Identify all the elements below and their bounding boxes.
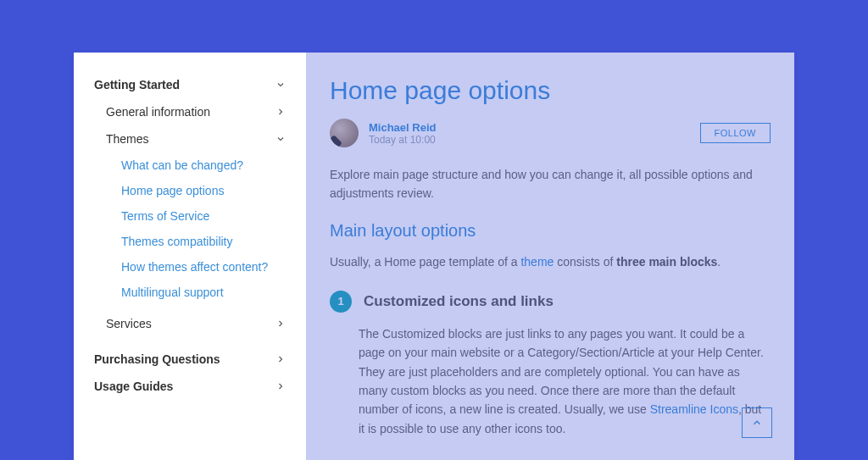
author-block: Michael Reid Today at 10:00 (330, 119, 436, 147)
avatar[interactable] (330, 119, 359, 147)
chevron-down-icon (275, 134, 286, 144)
page-title: Home page options (330, 76, 771, 105)
chevron-down-icon (275, 80, 286, 90)
author-name[interactable]: Michael Reid (369, 121, 436, 134)
sidebar-link-themes-compatibility[interactable]: Themes compatibility (94, 229, 286, 254)
chevron-right-icon (275, 381, 286, 391)
sidebar-section-label: Purchasing Questions (94, 352, 220, 366)
avatar-badge-icon (330, 135, 342, 147)
sidebar: Getting Started General information Them… (74, 53, 306, 460)
chevron-right-icon (275, 354, 286, 364)
intro-paragraph: Explore main page structure and how you … (330, 166, 771, 202)
sidebar-section-getting-started[interactable]: Getting Started (94, 78, 286, 98)
chevron-up-icon (751, 417, 763, 429)
link-streamline-icons[interactable]: Streamline Icons (650, 402, 738, 416)
sidebar-link-home-page-options[interactable]: Home page options (94, 178, 286, 203)
link-theme[interactable]: theme (520, 255, 554, 269)
step-1-header: 1 Customized icons and links (330, 291, 771, 313)
step-number-badge: 1 (330, 291, 352, 313)
sidebar-section-label: Getting Started (94, 78, 180, 91)
sidebar-link-terms-of-service[interactable]: Terms of Service (94, 203, 286, 229)
main-content: Home page options Michael Reid Today at … (306, 53, 794, 460)
sidebar-link-what-can-be-changed[interactable]: What can be changed? (94, 152, 286, 178)
section-heading-main-layout: Main layout options (330, 221, 771, 241)
sidebar-link-multilingual-support[interactable]: Multilingual support (94, 280, 286, 305)
sidebar-sub-themes[interactable]: Themes (94, 125, 286, 152)
sidebar-sub-label: Services (106, 317, 152, 330)
chevron-right-icon (275, 107, 286, 117)
text-strong: three main blocks (616, 255, 717, 269)
sidebar-sub-general-information[interactable]: General information (94, 98, 286, 125)
sidebar-sub-label: Themes (106, 132, 149, 146)
sidebar-sub-services[interactable]: Services (94, 310, 286, 337)
author-timestamp: Today at 10:00 (369, 134, 436, 146)
follow-button[interactable]: FOLLOW (700, 123, 771, 143)
content-card: Getting Started General information Them… (74, 53, 794, 460)
chevron-right-icon (275, 319, 286, 329)
paragraph-1: Usually, a Home page template of a theme… (330, 252, 771, 271)
sidebar-section-label: Usage Guides (94, 380, 173, 393)
sidebar-link-how-themes-affect-content[interactable]: How themes affect content? (94, 254, 286, 280)
author-row: Michael Reid Today at 10:00 FOLLOW (330, 119, 771, 147)
text-fragment: consists of (554, 255, 616, 269)
sidebar-sub-label: General information (106, 105, 210, 119)
text-fragment: . (717, 255, 721, 269)
scroll-to-top-button[interactable] (742, 407, 772, 438)
sidebar-section-purchasing-questions[interactable]: Purchasing Questions (94, 346, 286, 373)
step-1-body: The Customized blocks are just links to … (330, 324, 771, 438)
sidebar-section-usage-guides[interactable]: Usage Guides (94, 373, 286, 400)
step-1-title: Customized icons and links (364, 293, 554, 310)
text-fragment: Usually, a Home page template of a (330, 255, 520, 269)
